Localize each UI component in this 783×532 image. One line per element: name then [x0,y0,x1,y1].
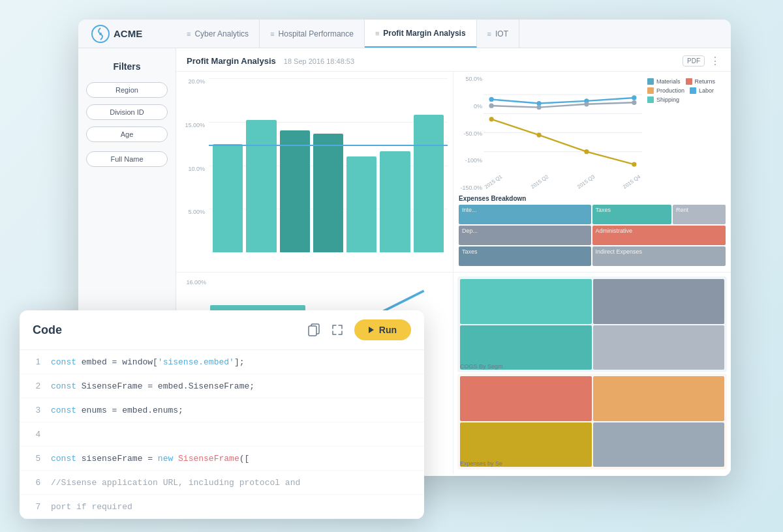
code-line-7: 7 port if required [20,495,424,519]
bot-y1: 16.00% [186,279,206,286]
cyber-tab-label: Cyber Analytics [194,29,249,38]
code-text-5: const sisenseFrame = new SisenseFrame([ [51,454,249,464]
code-line-5: 5 const sisenseFrame = new SisenseFrame(… [20,447,424,471]
more-options-button[interactable]: ⋮ [710,55,720,67]
expenses-title: Expenses Breakdown [459,195,726,202]
filter-division[interactable]: Division ID [86,104,168,120]
cogs-cell-4 [593,325,725,370]
run-label: Run [379,325,397,335]
tab-profit[interactable]: ≡ Profit Margin Analysis [365,20,477,48]
cogs-cell-2 [593,279,725,324]
svg-point-13 [632,100,636,105]
tab-iot[interactable]: ≡ IOT [477,20,519,48]
legend-materials-label: Materials [656,78,681,85]
line-num-2: 2 [33,381,51,391]
svg-point-17 [632,162,636,166]
cogs-cell-1 [460,279,592,324]
filters-title: Filters [86,61,168,72]
iot-tab-icon: ≡ [487,30,491,38]
code-line-3: 3 const enums = embed.enums; [20,398,424,422]
svg-point-1 [99,33,102,35]
legend-shipping-color [647,96,654,103]
bar-6 [380,151,410,252]
logo-text: ACME [114,28,142,39]
cogs-label: COGS By Segm [460,363,503,370]
code-text-1: const embed = window['sisense.embed']; [51,357,244,367]
legend-production: Production Labor [647,87,726,94]
code-text-2: const SisenseFrame = embed.SisenseFrame; [51,381,254,391]
x-label-3: 2015 Q3 [576,173,596,190]
svg-point-6 [489,97,494,102]
svg-point-9 [632,95,636,100]
line-chart-cell: 50.0% 0% -50.0% -100% -150.0% [453,72,731,273]
y-label-2: 15.00% [185,122,205,128]
y-label-4: 5.00% [188,209,205,215]
line-y3: -50.0% [463,130,482,137]
y-label-1: 20.0% [188,78,205,85]
line-y1: 50.0% [465,76,482,82]
bottom-right-cell: COGS By Segm Expenses by Se [453,273,731,473]
copy-button[interactable] [307,323,320,336]
logo-area: ACME [85,25,176,43]
bar-4 [313,134,343,252]
tm-cell-dep: Dep... [459,226,591,245]
hospital-tab-label: Hospital Performance [279,29,354,38]
run-button[interactable]: Run [354,319,411,340]
tm-cell-indirect: Indirect Expenses [592,246,726,266]
y-label-3: 10.0% [188,166,205,172]
tab-bar: ACME ≡ Cyber Analytics ≡ Hospital Perfor… [78,20,731,48]
line-y5: -150.0% [460,185,482,191]
bar-1 [213,144,243,252]
line-num-3: 3 [33,405,51,415]
hospital-tab-icon: ≡ [270,30,274,38]
tm-cell-admin: Administrative [592,226,726,245]
expenses-by-label: Expenses by Se [460,460,502,467]
legend-materials-color [647,78,654,85]
exp-cell-4 [593,422,725,467]
iot-tab-label: IOT [495,29,508,38]
code-text-6: //Sisense application URL, including pro… [51,478,300,488]
svg-point-16 [584,149,589,154]
code-content: 1 const embed = window['sisense.embed'];… [20,350,424,519]
line-y2: 0% [474,103,482,110]
code-line-4: 4 [20,422,424,447]
legend-returns-label: Returns [695,78,716,85]
cyber-tab-icon: ≡ [187,30,191,38]
tab-hospital[interactable]: ≡ Hospital Performance [260,20,365,48]
code-line-1: 1 const embed = window['sisense.embed']; [20,350,424,374]
tabs-container: ≡ Cyber Analytics ≡ Hospital Performance… [176,20,724,48]
expenses-breakdown: Expenses Breakdown Inte... Taxes Rent De… [459,195,726,268]
run-icon [369,327,374,333]
code-panel-header: Code Run [20,310,424,350]
svg-point-14 [489,117,494,121]
svg-point-15 [536,132,541,137]
legend-production-color [647,87,654,94]
line-chart-svg [484,76,642,171]
expand-button[interactable] [331,323,344,336]
pdf-button[interactable]: PDF [683,55,705,66]
filter-region[interactable]: Region [86,82,168,98]
exp-cell-1 [460,376,592,421]
logo-icon [91,25,110,43]
bar-2 [246,120,276,252]
legend-shipping: Shipping [647,96,726,103]
dashboard-header: Profit Margin Analysis 18 Sep 2016 18:48… [176,48,731,72]
legend-returns-color [686,78,692,85]
dashboard-timestamp: 18 Sep 2016 18:48:53 [284,57,354,65]
filter-fullname[interactable]: Full Name [86,151,168,167]
svg-point-11 [536,105,541,110]
profit-tab-icon: ≡ [375,29,379,37]
exp-cell-2 [593,376,725,421]
tab-cyber[interactable]: ≡ Cyber Analytics [176,20,260,48]
code-panel: Code Run 1 [20,310,424,519]
tm-cell-inte: Inte... [459,205,591,224]
copy-icon [307,323,320,336]
chart-legend: Materials Returns Production Labor [647,76,726,191]
dashboard-actions: PDF ⋮ [683,55,720,67]
line-num-7: 7 [33,501,51,511]
line-y4: -100% [465,157,482,164]
code-line-6: 6 //Sisense application URL, including p… [20,471,424,495]
bar-7 [414,115,444,252]
filter-age[interactable]: Age [86,126,168,142]
line-num-4: 4 [33,429,51,439]
